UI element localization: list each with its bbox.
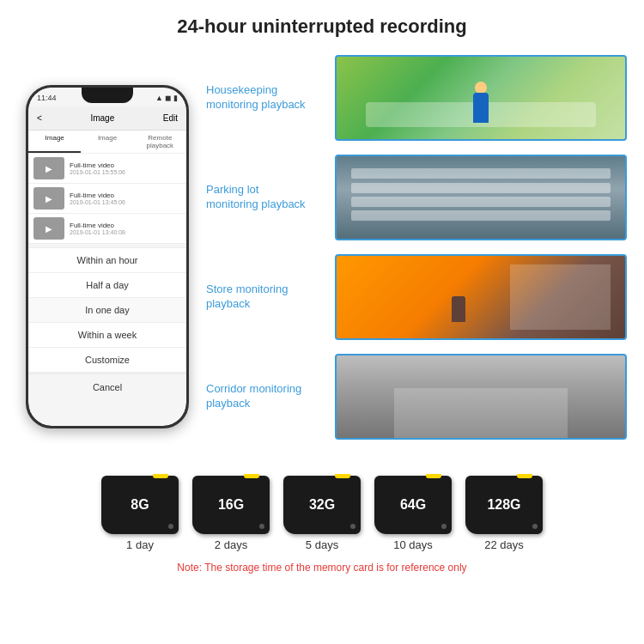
phone-thumb-1: ▶ [33, 157, 64, 179]
right-panel: Housekeepingmonitoring playback Parking … [206, 46, 627, 467]
car-row-3 [351, 197, 611, 207]
phone-item-date-2: 2019-01-01 13:45:06 [70, 199, 125, 205]
phone-notch [82, 88, 133, 103]
phone-list-item-3: ▶ Full-time video 2019-01-01 13:40:08 [28, 214, 186, 244]
storage-cards: 8G 1 day 16G 2 days 32G 5 days 64G [101, 476, 543, 551]
page-title: 24-hour uninterrupted recording [0, 0, 644, 46]
monitoring-row-3: Store monitoringplayback [206, 250, 627, 344]
sd-card-128g: 128G [465, 476, 543, 534]
storage-note: Note: The storage time of the memory car… [177, 562, 466, 574]
monitoring-label-2: Parking lotmonitoring playback [206, 183, 326, 212]
phone-nav-title: Image [90, 113, 114, 123]
sd-card-32g: 32G [283, 476, 361, 534]
sd-card-label-64g: 64G [400, 497, 426, 513]
play-icon-2: ▶ [46, 194, 52, 204]
monitoring-row-2: Parking lotmonitoring playback [206, 150, 627, 245]
sd-card-label-16g: 16G [218, 497, 244, 513]
monitoring-row-1: Housekeepingmonitoring playback [206, 51, 627, 145]
phone-item-title-1: Full-time video [70, 161, 125, 169]
phone-edit-btn[interactable]: Edit [163, 113, 178, 123]
phone-tab-image2[interactable]: Image [81, 131, 133, 153]
sd-card-dot-128g [532, 524, 538, 529]
phone-device: 11:44 ▲ ◼ ▮ < Image Edit Image Image Rem… [26, 85, 189, 428]
kid-figure [473, 93, 489, 123]
storage-card-wrap-64g: 64G 10 days [374, 476, 452, 551]
monitoring-photo-1 [335, 55, 627, 141]
sd-card-dot-64g [441, 524, 447, 529]
dropdown-item-3[interactable]: In one day [28, 298, 186, 323]
phone-dropdown: Within an hour Half a day In one day Wit… [28, 247, 186, 400]
photo-content-corridor [337, 355, 625, 438]
sd-card-label-32g: 32G [309, 497, 335, 513]
phone-item-date-1: 2019-01-01 15:55:06 [70, 169, 125, 175]
person-store [452, 296, 465, 322]
phone-tab-image1[interactable]: Image [28, 131, 81, 153]
monitoring-photo-3 [335, 254, 627, 340]
storage-card-wrap-32g: 32G 5 days [283, 476, 361, 551]
phone-time: 11:44 [37, 94, 57, 102]
phone-tabs: Image Image Remote playback [28, 131, 186, 154]
storage-card-wrap-16g: 16G 2 days [192, 476, 270, 551]
phone-mockup: 11:44 ▲ ◼ ▮ < Image Edit Image Image Rem… [17, 46, 197, 467]
storage-days-16g: 2 days [215, 538, 247, 551]
monitoring-label-3: Store monitoringplayback [206, 283, 326, 312]
phone-item-title-2: Full-time video [70, 191, 125, 199]
cancel-button[interactable]: Cancel [28, 373, 186, 400]
storage-days-128g: 22 days [484, 538, 524, 551]
main-content: 11:44 ▲ ◼ ▮ < Image Edit Image Image Rem… [0, 46, 644, 467]
car-row-2 [351, 183, 611, 193]
car-row-4 [351, 210, 611, 221]
phone-thumb-3: ▶ [33, 217, 64, 240]
storage-section: 8G 1 day 16G 2 days 32G 5 days 64G [0, 467, 644, 574]
sd-card-label-8g: 8G [131, 497, 149, 513]
dropdown-item-1[interactable]: Within an hour [28, 248, 186, 273]
phone-status-icons: ▲ ◼ ▮ [155, 94, 178, 102]
photo-content-kids [337, 57, 625, 139]
monitoring-photo-2 [335, 155, 627, 240]
photo-content-store [337, 256, 625, 338]
dropdown-item-5[interactable]: Customize [28, 348, 186, 373]
dropdown-item-4[interactable]: Within a week [28, 323, 186, 348]
monitoring-label-1: Housekeepingmonitoring playback [206, 83, 326, 112]
phone-item-title-3: Full-time video [70, 222, 125, 229]
shelves [510, 264, 611, 331]
phone-screen: 11:44 ▲ ◼ ▮ < Image Edit Image Image Rem… [28, 88, 186, 426]
sd-card-label-128g: 128G [487, 497, 520, 513]
storage-days-8g: 1 day [126, 538, 154, 551]
monitoring-row-4: Corridor monitoringplayback [206, 349, 627, 444]
storage-days-32g: 5 days [306, 538, 338, 551]
storage-card-wrap-128g: 128G 22 days [465, 476, 543, 551]
play-icon-3: ▶ [46, 224, 52, 234]
dropdown-item-2[interactable]: Half a day [28, 273, 186, 298]
sd-card-dot-32g [350, 524, 355, 529]
storage-days-64g: 10 days [393, 538, 433, 551]
phone-back-btn[interactable]: < [37, 113, 42, 123]
phone-thumb-2: ▶ [33, 187, 64, 210]
phone-tab-remote[interactable]: Remote playback [134, 131, 186, 153]
sd-card-dot-16g [259, 524, 264, 529]
sd-card-64g: 64G [374, 476, 452, 534]
stairs [394, 388, 568, 438]
storage-card-wrap-8g: 8G 1 day [101, 476, 179, 551]
monitoring-photo-4 [335, 354, 627, 440]
sd-card-8g: 8G [101, 476, 179, 534]
play-icon-1: ▶ [46, 164, 52, 173]
phone-nav-bar: < Image Edit [28, 106, 186, 131]
phone-list-item-2: ▶ Full-time video 2019-01-01 13:45:06 [28, 184, 186, 214]
sd-card-16g: 16G [192, 476, 270, 534]
car-row-1 [351, 168, 611, 179]
sd-card-dot-8g [168, 524, 173, 529]
phone-item-date-3: 2019-01-01 13:40:08 [70, 229, 125, 235]
photo-content-parking [337, 156, 625, 239]
monitoring-label-4: Corridor monitoringplayback [206, 382, 326, 411]
phone-list-item-1: ▶ Full-time video 2019-01-01 15:55:06 [28, 154, 186, 184]
